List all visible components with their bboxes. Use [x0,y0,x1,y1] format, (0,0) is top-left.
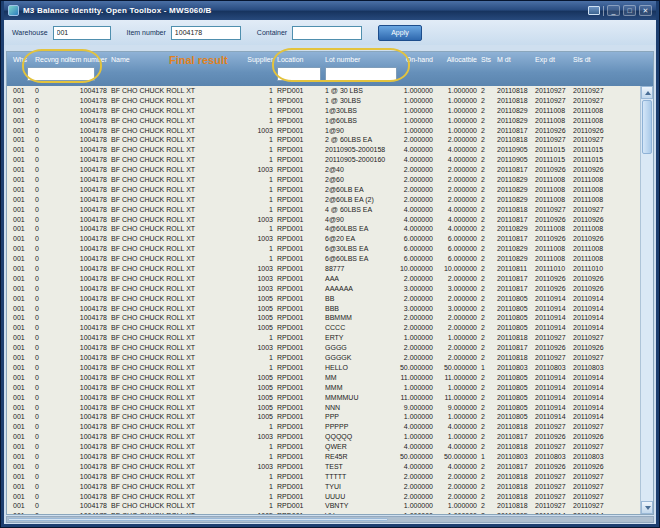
column-header-allocatble[interactable]: Allocatble [435,52,479,86]
cell-name: BF CHO CHUCK ROLL XT [109,284,239,294]
cell-itemnumber: 1004178 [65,412,109,422]
maximize-button[interactable]: □ [623,5,636,16]
cell-supplier: 1005 [239,323,275,333]
table-row[interactable]: 00101004178BF CHO CHUCK ROLL XT1003RPD00… [7,274,653,284]
cell-allocatble: 4.000000 [435,215,479,225]
table-row[interactable]: 00101004178BF CHO CHUCK ROLL XT1RPD0012 … [7,135,653,145]
app-icon [8,5,19,16]
table-row[interactable]: 00101004178BF CHO CHUCK ROLL XT1003RPD00… [7,284,653,294]
cell-name: BF CHO CHUCK ROLL XT [109,294,239,304]
table-row[interactable]: 00101004178BF CHO CHUCK ROLL XT1RPD00120… [7,145,653,155]
item-number-input[interactable] [171,26,241,40]
table-row[interactable]: 00101004178BF CHO CHUCK ROLL XT1003RPD00… [7,165,653,175]
table-row[interactable]: 00101004178BF CHO CHUCK ROLL XT1RPD001PP… [7,422,653,432]
warehouse-input[interactable] [53,26,111,40]
cell-slsdt: 20110926 [571,462,609,472]
table-row[interactable]: 00101004178BF CHO CHUCK ROLL XT1RPD001QW… [7,442,653,452]
cell-slsdt: 20111008 [571,175,609,185]
table-row[interactable]: 00101004178BF CHO CHUCK ROLL XT1005RPD00… [7,323,653,333]
column-header-expdt[interactable]: Exp dt [533,52,571,86]
vertical-scrollbar-thumb[interactable] [642,100,652,154]
table-row[interactable]: 00101004178BF CHO CHUCK ROLL XT1RPD0012@… [7,185,653,195]
open-in-new-window-icon[interactable] [588,6,600,15]
table-row[interactable]: 00101004178BF CHO CHUCK ROLL XT1RPD0011@… [7,116,653,126]
cell-allocatble: 2.000000 [435,135,479,145]
table-row[interactable]: 00101004178BF CHO CHUCK ROLL XT1003RPD00… [7,343,653,353]
horizontal-scrollbar-thumb[interactable] [8,518,388,521]
cell-allocatble: 4.000000 [435,224,479,234]
cell-expdt: 20110914 [533,323,571,333]
cell-location: RPD001 [275,86,323,96]
table-row[interactable]: 00101004178BF CHO CHUCK ROLL XT1RPD001ER… [7,333,653,343]
scroll-down-button[interactable] [641,501,653,514]
table-row[interactable]: 00101004178BF CHO CHUCK ROLL XT1RPD0016@… [7,244,653,254]
table-row[interactable]: 00101004178BF CHO CHUCK ROLL XT1RPD001HE… [7,363,653,373]
table-row[interactable]: 00101004178BF CHO CHUCK ROLL XT1RPD001RE… [7,452,653,462]
table-row[interactable]: 00101004178BF CHO CHUCK ROLL XT1RPD0012@… [7,175,653,185]
table-row[interactable]: 00101004178BF CHO CHUCK ROLL XT1RPD0012@… [7,195,653,205]
close-button[interactable]: ✕ [639,5,652,16]
scroll-up-button[interactable] [641,86,653,99]
table-row[interactable]: 00101004178BF CHO CHUCK ROLL XT1RPD0011 … [7,96,653,106]
cell-slsdt: 20110914 [571,323,609,333]
titlebar-separator [603,6,604,16]
container-input[interactable] [292,26,362,40]
table-row[interactable]: 00101004178BF CHO CHUCK ROLL XT1005RPD00… [7,393,653,403]
table-row[interactable]: 00101004178BF CHO CHUCK ROLL XT1RPD0014 … [7,205,653,215]
table-row[interactable]: 00101004178BF CHO CHUCK ROLL XT1003RPD00… [7,126,653,136]
table-row[interactable]: 00101004178BF CHO CHUCK ROLL XT1005RPD00… [7,403,653,413]
cell-itemnumber: 1004178 [65,353,109,363]
table-row[interactable]: 00101004178BF CHO CHUCK ROLL XT1RPD001GG… [7,353,653,363]
table-row[interactable]: 00101004178BF CHO CHUCK ROLL XT1RPD001UU… [7,492,653,502]
table-row[interactable]: 00101004178BF CHO CHUCK ROLL XT1005RPD00… [7,412,653,422]
cell-onhand: 4.000000 [397,145,435,155]
table-row[interactable]: 00101004178BF CHO CHUCK ROLL XT1RPD001TY… [7,482,653,492]
table-row[interactable]: 00101004178BF CHO CHUCK ROLL XT1003RPD00… [7,215,653,225]
table-row[interactable]: 00101004178BF CHO CHUCK ROLL XT1003RPD00… [7,234,653,244]
table-row[interactable]: 00101004178BF CHO CHUCK ROLL XT1005RPD00… [7,304,653,314]
column-header-name[interactable]: Name [109,52,239,86]
table-row[interactable]: 00101004178BF CHO CHUCK ROLL XT1005RPD00… [7,294,653,304]
cell-onhand: 1.000000 [397,501,435,511]
table-row[interactable]: 00101004178BF CHO CHUCK ROLL XT1003RPD00… [7,462,653,472]
cell-allocatble: 1.000000 [435,412,479,422]
cell-expdt: 20110926 [533,234,571,244]
table-row[interactable]: 00101004178BF CHO CHUCK ROLL XT1005RPD00… [7,313,653,323]
cell-location: RPD001 [275,205,323,215]
filter-input-lotnumber[interactable] [325,67,397,81]
table-row[interactable]: 00101004178BF CHO CHUCK ROLL XT1RPD0011 … [7,86,653,96]
table-row[interactable]: 00101004178BF CHO CHUCK ROLL XT1003RPD00… [7,264,653,274]
table-row[interactable]: 00101004178BF CHO CHUCK ROLL XT1RPD001VB… [7,501,653,511]
table-row[interactable]: 00101004178BF CHO CHUCK ROLL XT1005RPD00… [7,383,653,393]
cell-expdt: 20110914 [533,304,571,314]
table-row[interactable]: 00101004178BF CHO CHUCK ROLL XT1RPD0016@… [7,254,653,264]
column-header-slsdt[interactable]: Sls dt [571,52,609,86]
cell-recvngno: 0 [33,165,65,175]
table-row[interactable]: 00101004178BF CHO CHUCK ROLL XT1005RPD00… [7,373,653,383]
table-row[interactable]: 00101004178BF CHO CHUCK ROLL XT1RPD00120… [7,155,653,165]
cell-itemnumber: 1004178 [65,195,109,205]
cell-location: RPD001 [275,492,323,502]
minimize-button[interactable]: _ [607,5,620,16]
table-row[interactable]: 00101004178BF CHO CHUCK ROLL XT1005RPD00… [7,511,653,514]
filter-input-location[interactable] [277,67,321,81]
column-header-onhand[interactable]: On-hand [397,52,435,86]
cell-sts: 2 [479,106,495,116]
cell-onhand: 2.000000 [397,165,435,175]
table-row[interactable]: 00101004178BF CHO CHUCK ROLL XT1003RPD00… [7,432,653,442]
vertical-scrollbar[interactable] [640,86,653,514]
column-header-mdt[interactable]: M dt [495,52,533,86]
titlebar[interactable]: M3 Balance Identity. Open Toolbox - MWS0… [4,1,656,20]
cell-slsdt: 20110926 [571,126,609,136]
horizontal-scrollbar[interactable] [6,516,654,523]
table-row[interactable]: 00101004178BF CHO CHUCK ROLL XT1RPD001TT… [7,472,653,482]
apply-button[interactable]: Apply [378,25,422,41]
cell-itemnumber: 1004178 [65,205,109,215]
filter-input-recvngno[interactable] [27,67,95,81]
column-header-sts[interactable]: Sts [479,52,495,86]
table-row[interactable]: 00101004178BF CHO CHUCK ROLL XT1RPD0011@… [7,106,653,116]
table-row[interactable]: 00101004178BF CHO CHUCK ROLL XT1RPD0014@… [7,224,653,234]
cell-recvngno: 0 [33,373,65,383]
column-header-supplier[interactable]: Supplier [239,52,275,86]
cell-recvngno: 0 [33,96,65,106]
